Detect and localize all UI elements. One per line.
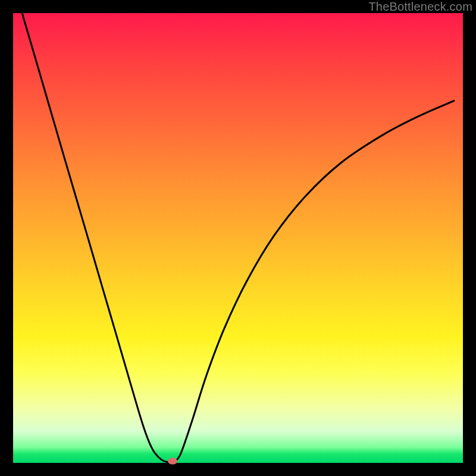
chart-frame: TheBottleneck.com	[0, 0, 476, 476]
bottleneck-curve	[22, 13, 454, 463]
plot-area	[13, 13, 463, 463]
optimum-marker	[168, 458, 177, 464]
curve-svg	[13, 13, 463, 463]
watermark-text: TheBottleneck.com	[368, 0, 472, 14]
